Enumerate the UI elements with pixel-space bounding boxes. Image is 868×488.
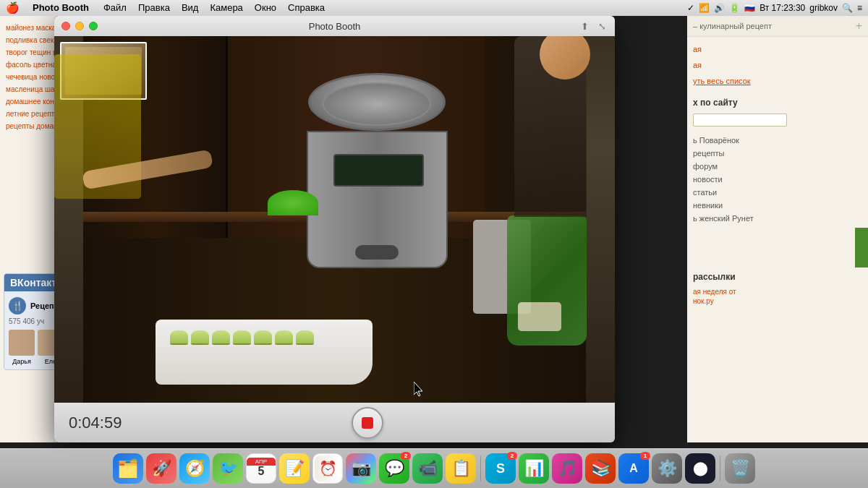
site-breadcrumb: – кулинарный рецепт + — [687, 16, 868, 37]
cutting-board — [156, 320, 373, 385]
site-link-letnie[interactable]: летние рецепты — [6, 110, 60, 118]
menubar-flag-icon: 🇷🇺 — [744, 3, 755, 13]
site-nav-forum[interactable]: форум — [687, 160, 868, 173]
dock-item-trash[interactable]: 🗑️ — [725, 453, 755, 484]
dock-item-obs[interactable]: ⬤ — [685, 453, 715, 484]
site-nav-news[interactable]: новости — [687, 173, 868, 186]
mc-display — [333, 154, 424, 187]
record-button-wrap — [134, 407, 600, 439]
site-link-tvorog[interactable]: творог — [6, 48, 27, 56]
menubar-search-icon[interactable]: 🔍 — [842, 3, 853, 13]
apple-slice — [212, 330, 230, 345]
apple-slice — [275, 330, 293, 345]
site-link-chechevica[interactable]: чечевица — [6, 73, 37, 81]
dock-item-twitterbird[interactable]: 🐦 — [213, 453, 243, 484]
menu-camera[interactable]: Камера — [204, 0, 248, 16]
dock-item-numbers[interactable]: 📊 — [519, 453, 549, 484]
window-titlebar-right: ⬆ ⤡ — [579, 20, 608, 32]
site-link-mayo[interactable]: майонез — [6, 24, 34, 32]
menu-edit[interactable]: Правка — [132, 0, 176, 16]
site-link-maslenica[interactable]: масленица — [6, 85, 43, 93]
site-link-recepty[interactable]: рецепты — [6, 122, 34, 130]
site-link-1[interactable]: ая — [693, 45, 702, 53]
menubar-volume-icon[interactable]: 🔊 — [714, 3, 725, 13]
menubar-wifi-icon[interactable]: 📶 — [699, 3, 710, 13]
mc-handle — [355, 245, 399, 260]
menubar-checkmark-icon: ✓ — [687, 3, 694, 13]
safari-icon: 🧭 — [185, 459, 205, 478]
window-close-button[interactable] — [61, 22, 70, 30]
site-newsletter-suffix[interactable]: нок.ру — [687, 297, 868, 305]
dock-item-finder[interactable]: 🗂️ — [113, 453, 143, 484]
dock-item-appstore[interactable]: A 1 — [618, 453, 649, 484]
dock-item-facetime[interactable]: 📹 — [412, 453, 443, 484]
menubar-battery-icon: 🔋 — [729, 3, 740, 13]
fullscreen-icon[interactable]: ⤡ — [596, 20, 608, 32]
window-minimize-button[interactable] — [75, 22, 84, 30]
site-nav-povarenok[interactable]: ь Поварёнок — [687, 134, 868, 147]
obs-icon: ⬤ — [693, 461, 707, 476]
apple-slice — [191, 330, 209, 345]
twitter-icon: 🐦 — [218, 459, 238, 478]
menubar: 🍎 Photo Booth Файл Правка Вид Камера Окн… — [0, 0, 868, 16]
green-bag — [507, 215, 587, 346]
sysprefs-icon: ⚙️ — [658, 459, 677, 478]
site-nav-articles[interactable]: статьи — [687, 186, 868, 199]
site-link-novogo[interactable]: ново — [39, 73, 55, 81]
green-bowl — [268, 190, 318, 215]
person-head — [540, 36, 590, 80]
dock-item-stickies[interactable]: 📋 — [446, 453, 476, 484]
vk-avatar: 🍴 — [9, 297, 26, 314]
menubar-list-icon[interactable]: ≡ — [857, 3, 862, 13]
site-search-input[interactable] — [693, 114, 787, 127]
window-controls — [61, 22, 98, 30]
launchpad-icon: 🚀 — [152, 459, 171, 478]
stop-icon — [362, 417, 373, 429]
itunes-icon: 🎵 — [558, 459, 577, 478]
share-icon[interactable]: ⬆ — [579, 20, 590, 32]
dock-item-launchpad[interactable]: 🚀 — [146, 453, 176, 484]
multicooker — [301, 73, 453, 268]
dock-item-notes[interactable]: 📝 — [279, 453, 310, 484]
dock-item-photos[interactable]: 📷 — [346, 453, 376, 484]
video-area — [54, 36, 615, 403]
dock: 🗂️ 🚀 🧭 🐦 АПР 5 📝 ⏰ 📷 💬 2 📹 📋 S 2 📊 🎵 — [0, 448, 868, 488]
dock-item-messages[interactable]: 💬 2 — [379, 453, 409, 484]
numbers-icon: 📊 — [524, 459, 544, 478]
site-link-podlivka[interactable]: подливка — [6, 36, 37, 44]
finder-icon: 🗂️ — [117, 458, 139, 479]
dock-item-systemprefs[interactable]: ⚙️ — [652, 453, 682, 484]
arm-pointing — [82, 146, 227, 189]
site-link-domash[interactable]: домашнее — [6, 98, 41, 106]
menu-window[interactable]: Окно — [249, 0, 282, 16]
menu-help[interactable]: Справка — [282, 0, 331, 16]
window-maximize-button[interactable] — [89, 22, 98, 30]
site-link-3[interactable]: уть весь список — [693, 77, 751, 85]
site-link-fasol[interactable]: фасоль — [6, 61, 31, 69]
appstore-icon: A — [629, 462, 638, 475]
dock-item-ibooks[interactable]: 📚 — [585, 453, 616, 484]
app-name[interactable]: Photo Booth — [27, 0, 95, 16]
appstore-badge: 1 — [640, 452, 650, 460]
person-silhouette — [514, 36, 587, 217]
dock-item-skype[interactable]: S 2 — [485, 453, 516, 484]
calendar-month-label: АПР — [247, 458, 276, 466]
dock-item-safari[interactable]: 🧭 — [179, 453, 210, 484]
site-link-2[interactable]: ая — [693, 61, 702, 69]
site-nav-diary[interactable]: невники — [687, 199, 868, 212]
apple-menu-icon[interactable]: 🍎 — [6, 1, 20, 14]
menu-file[interactable]: Файл — [98, 0, 132, 16]
menu-view[interactable]: Вид — [176, 0, 205, 16]
dock-item-calendar[interactable]: АПР 5 — [246, 453, 276, 484]
mc-lid — [308, 73, 446, 131]
site-nav-recipes[interactable]: рецепты — [687, 147, 868, 160]
recording-timer: 0:04:59 — [69, 414, 134, 432]
dock-item-reminders[interactable]: ⏰ — [312, 453, 343, 484]
trash-icon: 🗑️ — [731, 459, 750, 478]
site-nav-runet[interactable]: ь женский Рунет — [687, 212, 868, 225]
messages-badge: 2 — [401, 452, 411, 460]
apple-slice — [170, 330, 188, 345]
site-newsletter-link[interactable]: ая неделя от — [687, 286, 868, 297]
dock-item-itunes[interactable]: 🎵 — [552, 453, 582, 484]
stop-record-button[interactable] — [352, 407, 383, 439]
